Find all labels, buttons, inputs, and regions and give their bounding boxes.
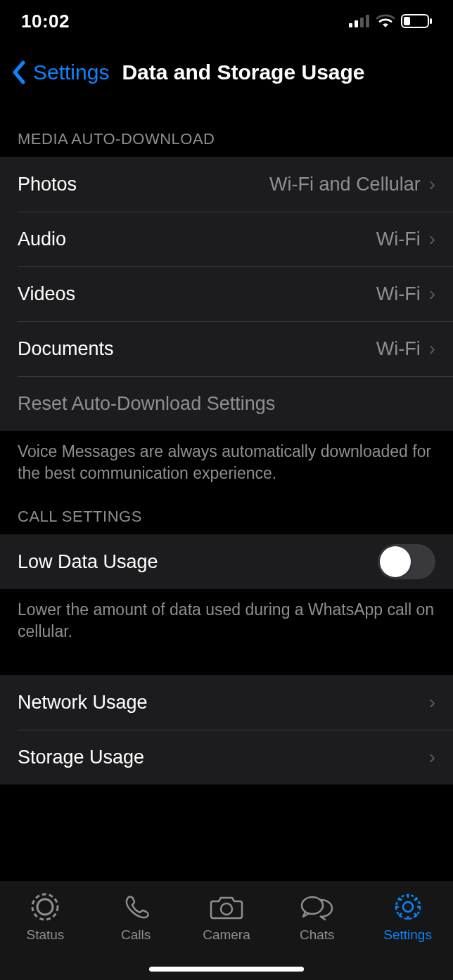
cell-label: Reset Auto-Download Settings <box>18 393 275 415</box>
cell-value: Wi-Fi and Cellular <box>269 174 421 195</box>
status-bar: 10:02 <box>0 0 453 42</box>
status-icon <box>30 891 60 923</box>
svg-point-10 <box>302 897 323 914</box>
cell-value: Wi-Fi <box>376 228 421 250</box>
back-button[interactable]: Settings <box>33 60 109 84</box>
home-indicator[interactable] <box>149 967 304 972</box>
tab-label: Settings <box>383 927 432 943</box>
media-cells: Photos Wi-Fi and Cellular › Audio Wi-Fi … <box>0 157 453 431</box>
cell-label: Documents <box>18 338 114 360</box>
cell-label: Audio <box>18 228 66 250</box>
tab-label: Calls <box>121 927 151 943</box>
call-section-header: CALL SETTINGS <box>0 490 453 534</box>
call-cells: Low Data Usage <box>0 534 453 589</box>
battery-icon <box>401 14 432 28</box>
svg-point-9 <box>221 903 232 915</box>
cell-value: Wi-Fi <box>376 338 421 360</box>
low-data-usage-row: Low Data Usage <box>0 534 453 589</box>
cellular-icon <box>349 15 370 27</box>
gear-icon <box>393 891 423 923</box>
svg-rect-0 <box>349 23 352 27</box>
svg-rect-1 <box>355 20 358 27</box>
svg-rect-6 <box>404 17 410 25</box>
chats-icon <box>300 891 335 923</box>
chevron-right-icon: › <box>429 284 435 304</box>
tab-bar: Status Calls Camera Chats <box>0 882 453 980</box>
call-section-footer: Lower the amount of data used during a W… <box>0 589 453 648</box>
audio-row[interactable]: Audio Wi-Fi › <box>0 212 453 266</box>
low-data-usage-toggle[interactable] <box>378 544 435 579</box>
cell-label: Storage Usage <box>18 747 144 768</box>
videos-row[interactable]: Videos Wi-Fi › <box>0 266 453 321</box>
tab-settings[interactable]: Settings <box>366 891 450 980</box>
storage-usage-row[interactable]: Storage Usage › <box>0 730 453 785</box>
camera-icon <box>209 891 244 923</box>
media-section-footer: Voice Messages are always automatically … <box>0 431 453 490</box>
network-usage-row[interactable]: Network Usage › <box>0 675 453 730</box>
cell-label: Videos <box>18 283 75 305</box>
usage-cells: Network Usage › Storage Usage › <box>0 675 453 785</box>
content: MEDIA AUTO-DOWNLOAD Photos Wi-Fi and Cel… <box>0 102 453 785</box>
chevron-right-icon: › <box>429 174 435 194</box>
cell-label: Low Data Usage <box>18 551 158 573</box>
tab-label: Camera <box>203 927 250 943</box>
chevron-right-icon: › <box>429 747 435 767</box>
page-title: Data and Storage Usage <box>122 60 364 84</box>
cell-label: Network Usage <box>18 692 148 714</box>
tab-status[interactable]: Status <box>3 891 87 980</box>
chevron-right-icon: › <box>429 692 435 712</box>
reset-auto-download-row[interactable]: Reset Auto-Download Settings <box>0 376 453 431</box>
photos-row[interactable]: Photos Wi-Fi and Cellular › <box>0 157 453 212</box>
documents-row[interactable]: Documents Wi-Fi › <box>0 321 453 376</box>
svg-rect-3 <box>366 15 369 27</box>
svg-point-7 <box>32 894 58 920</box>
chevron-right-icon: › <box>429 339 435 359</box>
status-time: 10:02 <box>21 11 70 32</box>
cell-label: Photos <box>18 174 77 195</box>
media-section-header: MEDIA AUTO-DOWNLOAD <box>0 102 453 157</box>
wifi-icon <box>376 14 395 28</box>
cell-value: Wi-Fi <box>376 283 421 305</box>
switch-knob <box>380 546 411 577</box>
tab-label: Status <box>26 927 64 943</box>
chevron-right-icon: › <box>429 229 435 249</box>
tab-label: Chats <box>300 927 335 943</box>
nav-bar: Settings Data and Storage Usage <box>0 42 453 102</box>
svg-point-8 <box>37 899 53 915</box>
svg-rect-2 <box>360 18 364 27</box>
svg-point-11 <box>403 902 413 912</box>
status-icons <box>349 14 432 28</box>
phone-icon <box>120 891 151 923</box>
svg-rect-5 <box>430 18 432 24</box>
back-chevron-icon[interactable] <box>11 60 26 85</box>
